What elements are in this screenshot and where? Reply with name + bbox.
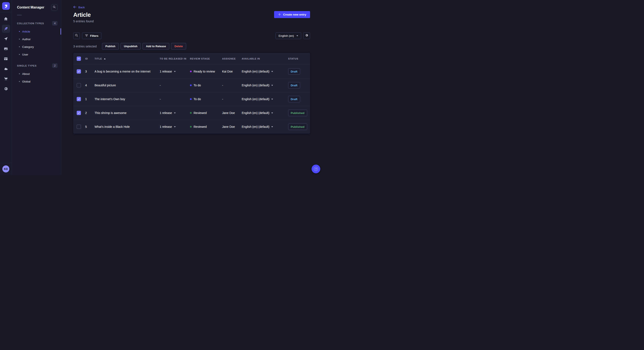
- column-header-release[interactable]: TO BE RELEASED IN: [160, 57, 190, 60]
- row-title[interactable]: This shrimp is awesome: [94, 111, 160, 115]
- row-id: 5: [85, 125, 94, 128]
- main-content: Back Article Create new entry 5 entries …: [61, 0, 322, 175]
- nav-releases-icon[interactable]: [2, 35, 10, 43]
- release-chevron-icon[interactable]: [174, 113, 176, 114]
- stage-dot: [190, 126, 192, 128]
- row-review-stage: Reviewed: [190, 111, 222, 115]
- release-chevron-icon[interactable]: [174, 126, 176, 127]
- user-avatar[interactable]: KD: [2, 166, 9, 173]
- available-chevron-icon[interactable]: [271, 71, 273, 72]
- release-chevron-icon[interactable]: [174, 71, 176, 72]
- help-button[interactable]: ?: [312, 165, 320, 173]
- column-header-id[interactable]: ID: [85, 57, 94, 60]
- bullet-icon: [19, 54, 20, 55]
- stage-dot: [190, 98, 192, 100]
- row-checkbox[interactable]: [77, 97, 81, 101]
- row-checkbox[interactable]: [77, 125, 81, 129]
- row-title[interactable]: Beautiful picture: [94, 84, 160, 87]
- main-nav-rail: KD: [0, 0, 12, 175]
- stage-label: To do: [194, 84, 201, 87]
- release-label: -: [160, 84, 161, 87]
- row-available-in[interactable]: English (en) (default): [242, 84, 288, 87]
- sidebar-item-category[interactable]: Category: [12, 43, 61, 51]
- row-title[interactable]: The internet's Own boy: [94, 97, 160, 101]
- row-checkbox[interactable]: [77, 111, 81, 115]
- row-release[interactable]: 1 release: [160, 125, 190, 128]
- row-checkbox[interactable]: [77, 69, 81, 74]
- nav-content-type-builder-icon[interactable]: [2, 55, 10, 63]
- collection-types-section: COLLECTION TYPES 4 Article Author Catego…: [12, 21, 61, 58]
- back-link[interactable]: Back: [73, 6, 85, 9]
- column-header-title[interactable]: TITLE: [94, 57, 160, 60]
- table-row[interactable]: 4 Beautiful picture - To do - English (e…: [73, 78, 310, 92]
- row-title[interactable]: A bug is becoming a meme on the internet: [94, 70, 160, 73]
- strapi-logo[interactable]: [2, 2, 10, 10]
- column-header-assignee[interactable]: ASSIGNEE: [222, 57, 242, 60]
- select-all-checkbox[interactable]: [77, 57, 81, 61]
- row-id: 1: [85, 97, 94, 101]
- sidebar-item-about[interactable]: About: [12, 70, 61, 78]
- page-title: Article: [73, 11, 91, 19]
- content-manager-panel: Content Manager COLLECTION TYPES 4 Artic…: [12, 0, 61, 175]
- sidebar-item-label: Article: [22, 30, 30, 33]
- nav-media-library-icon[interactable]: [2, 45, 10, 53]
- add-to-release-button[interactable]: Add to Release: [142, 43, 169, 49]
- sidebar-item-article[interactable]: Article: [12, 28, 61, 35]
- row-available-in[interactable]: English (en) (default): [242, 111, 288, 115]
- available-chevron-icon[interactable]: [271, 113, 273, 114]
- sidebar-item-user[interactable]: User: [12, 51, 61, 58]
- delete-button[interactable]: Delete: [171, 43, 186, 49]
- nav-home-icon[interactable]: [2, 15, 10, 23]
- row-release[interactable]: 1 release: [160, 111, 190, 115]
- available-label: English (en) (default): [242, 84, 270, 87]
- table-row[interactable]: 5 What's inside a Black Hole 1 release R…: [73, 120, 310, 134]
- row-available-in[interactable]: English (en) (default): [242, 125, 288, 128]
- single-types-section: SINGLE TYPES 2 About Global: [12, 63, 61, 85]
- single-types-count-badge: 2: [52, 63, 58, 68]
- row-release[interactable]: -: [160, 97, 190, 101]
- section-label: COLLECTION TYPES: [17, 22, 44, 25]
- available-chevron-icon[interactable]: [271, 85, 273, 86]
- row-title[interactable]: What's inside a Black Hole: [94, 125, 160, 128]
- unpublish-button[interactable]: Unpublish: [120, 43, 141, 49]
- nav-settings-icon[interactable]: [2, 85, 10, 93]
- available-chevron-icon[interactable]: [271, 99, 273, 100]
- release-label: -: [160, 97, 161, 101]
- row-id: 4: [85, 84, 94, 87]
- column-header-status[interactable]: STATUS: [288, 57, 310, 60]
- create-new-entry-button[interactable]: Create new entry: [274, 11, 310, 18]
- locale-select[interactable]: English (en): [276, 32, 301, 39]
- table-row[interactable]: 3 A bug is becoming a meme on the intern…: [73, 64, 310, 78]
- table-row[interactable]: 1 The internet's Own boy - To do - Engli…: [73, 92, 310, 106]
- sidebar-item-label: About: [22, 72, 30, 75]
- locale-value: English (en): [278, 34, 294, 37]
- table-row[interactable]: 2 This shrimp is awesome 1 release Revie…: [73, 106, 310, 120]
- filters-button[interactable]: Filters: [82, 32, 101, 39]
- sidebar-item-author[interactable]: Author: [12, 35, 61, 43]
- column-header-stage[interactable]: REVIEW STAGE: [190, 57, 222, 60]
- entries-count: 5 entries found: [73, 19, 310, 23]
- row-available-in[interactable]: English (en) (default): [242, 97, 288, 101]
- sidebar-item-label: Category: [22, 45, 34, 48]
- view-settings-button[interactable]: [303, 32, 310, 39]
- collection-types-count-badge: 4: [52, 21, 58, 25]
- stage-label: Reviewed: [194, 125, 206, 128]
- status-badge: Published: [288, 110, 307, 116]
- table-body: 3 A bug is becoming a meme on the intern…: [73, 64, 310, 134]
- table-search-button[interactable]: [73, 32, 80, 39]
- nav-deploy-icon[interactable]: [2, 65, 10, 73]
- column-header-available[interactable]: AVAILABLE IN: [242, 57, 288, 60]
- row-release[interactable]: -: [160, 84, 190, 87]
- panel-search-button[interactable]: [51, 4, 58, 11]
- nav-marketplace-icon[interactable]: [2, 75, 10, 83]
- sidebar-item-global[interactable]: Global: [12, 78, 61, 85]
- stage-label: Reviewed: [194, 111, 206, 115]
- help-icon: ?: [314, 167, 318, 171]
- nav-content-manager-icon[interactable]: [2, 25, 10, 33]
- row-release[interactable]: 1 release: [160, 70, 190, 73]
- indeterminate-dash-icon: [78, 58, 80, 59]
- available-chevron-icon[interactable]: [271, 126, 273, 127]
- row-checkbox[interactable]: [77, 83, 81, 87]
- publish-button[interactable]: Publish: [102, 43, 119, 49]
- row-available-in[interactable]: English (en) (default): [242, 70, 288, 73]
